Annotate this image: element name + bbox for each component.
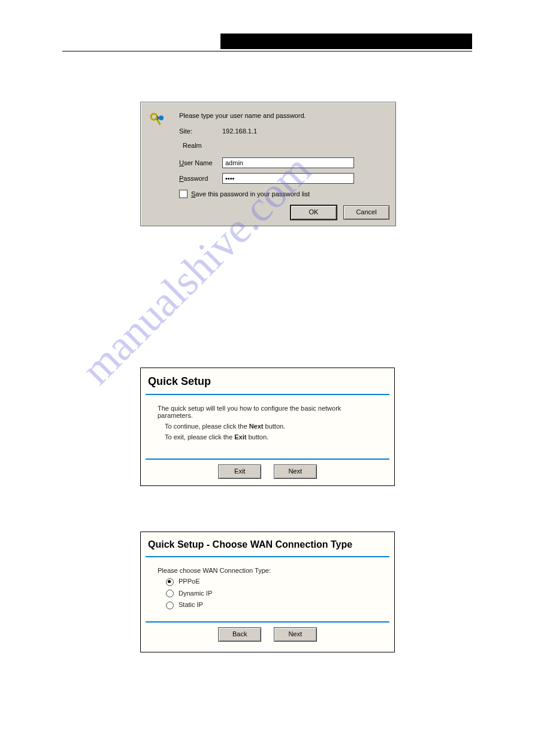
quick-setup-continue: To continue, please click the Next butto… [165, 423, 377, 430]
wan-setup-panel: Quick Setup - Choose WAN Connection Type… [140, 532, 395, 652]
site-value: 192.168.1.1 [222, 127, 354, 135]
password-label: Password [179, 175, 222, 182]
wan-option-static[interactable]: Static IP [166, 601, 377, 609]
quick-setup-intro: The quick setup will tell you how to con… [158, 405, 377, 419]
wan-setup-body: Please choose WAN Connection Type: PPPoE… [141, 557, 394, 621]
wan-option-dynamic[interactable]: Dynamic IP [166, 590, 377, 598]
quick-setup-buttons: Exit Next [141, 460, 394, 487]
header-rule [62, 51, 472, 51]
wan-option-pppoe[interactable]: PPPoE [166, 578, 377, 586]
wan-prompt: Please choose WAN Connection Type: [158, 567, 377, 574]
next-button[interactable]: Next [274, 627, 317, 642]
username-row: User Name [179, 157, 354, 168]
wan-option-label: PPPoE [179, 578, 200, 585]
save-password-checkbox[interactable] [179, 190, 188, 198]
wan-setup-buttons: Back Next [141, 623, 394, 650]
password-input[interactable] [222, 173, 354, 184]
username-input[interactable] [222, 157, 354, 168]
username-label: User Name [179, 159, 222, 166]
radio-icon[interactable] [166, 578, 174, 586]
password-row: Password [179, 173, 354, 184]
wan-option-label: Dynamic IP [179, 590, 212, 597]
save-password-label: Save this password in your password list [191, 190, 310, 198]
quick-setup-exit: To exit, please click the Exit button. [165, 433, 377, 441]
exit-button[interactable]: Exit [218, 464, 261, 479]
site-label: Site: [179, 127, 222, 135]
ok-button[interactable]: OK [291, 205, 337, 220]
quick-setup-panel: Quick Setup The quick setup will tell yo… [140, 368, 395, 486]
next-button[interactable]: Next [274, 464, 317, 479]
save-password-row: Save this password in your password list [179, 190, 310, 198]
auth-prompt-text: Please type your user name and password. [179, 112, 306, 119]
key-icon [149, 112, 166, 130]
radio-icon[interactable] [166, 590, 174, 597]
realm-row: Realm [183, 142, 202, 149]
quick-setup-body: The quick setup will tell you how to con… [141, 395, 394, 459]
radio-icon[interactable] [166, 602, 174, 609]
cancel-button[interactable]: Cancel [343, 205, 389, 220]
realm-label: Realm [183, 142, 202, 149]
header-black-bar [220, 34, 472, 49]
wan-setup-title: Quick Setup - Choose WAN Connection Type [141, 532, 394, 556]
site-row: Site: 192.168.1.1 [179, 127, 354, 135]
quick-setup-title: Quick Setup [141, 368, 394, 394]
auth-dialog: Please type your user name and password.… [140, 102, 396, 226]
wan-option-label: Static IP [179, 601, 203, 608]
auth-buttons: OK Cancel [286, 205, 389, 220]
back-button[interactable]: Back [218, 627, 261, 642]
svg-point-2 [159, 116, 164, 120]
auth-prompt: Please type your user name and password. [179, 112, 306, 119]
